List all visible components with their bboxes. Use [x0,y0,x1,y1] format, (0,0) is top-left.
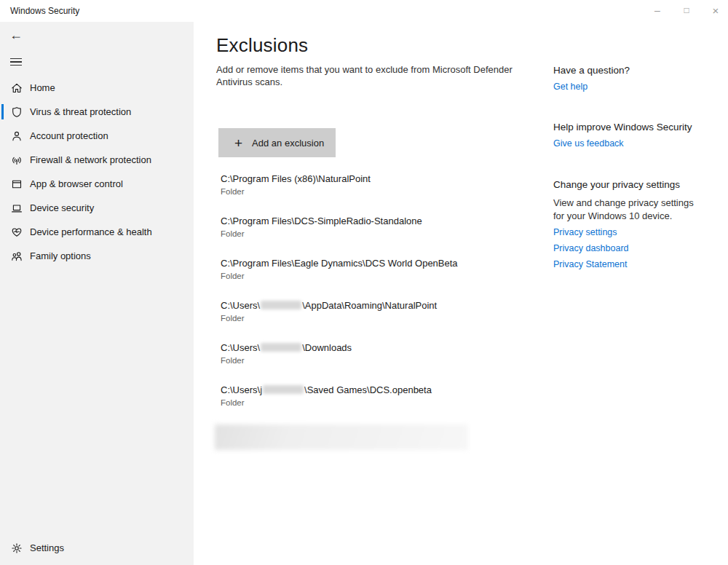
exclusion-item[interactable]: C:\Users\j\Saved Games\DCS.openbeta Fold… [221,384,534,427]
heart-pulse-icon [11,226,23,238]
maximize-button[interactable]: □ [674,0,699,20]
minimize-button[interactable]: – [645,0,670,20]
add-exclusion-button[interactable]: + Add an exclusion [218,128,336,157]
sidebar-item-label: Firewall & network protection [30,154,151,165]
sidebar: ← Home Virus & threat protection Account… [0,22,194,565]
window-title: Windows Security [10,6,79,16]
exclusion-type: Folder [221,187,534,196]
back-button[interactable]: ← [6,25,26,44]
get-help-link[interactable]: Get help [553,82,587,92]
main-content: Exclusions Add or remove items that you … [194,22,553,565]
exclusion-item[interactable]: C:\Program Files\DCS-SimpleRadio-Standal… [221,216,534,258]
page-description: Add or remove items that you want to exc… [216,63,522,88]
redacted-username [263,385,304,394]
sidebar-item-app-browser-control[interactable]: App & browser control [0,172,194,196]
exclusion-type: Folder [221,272,534,280]
privacy-settings-description: View and change privacy settings for you… [553,197,703,223]
family-icon [11,250,23,262]
exclusion-path: C:\Program Files\Eagle Dynamics\DCS Worl… [221,258,534,269]
sidebar-item-label: Device performance & health [30,226,152,237]
sidebar-item-label: Home [30,82,55,93]
sidebar-item-virus-threat-protection[interactable]: Virus & threat protection [0,100,194,124]
sidebar-item-firewall-network-protection[interactable]: Firewall & network protection [0,148,194,172]
sidebar-item-device-security[interactable]: Device security [0,196,194,220]
exclusion-path: C:\Program Files (x86)\NaturalPoint [221,173,534,185]
close-button[interactable]: × [703,0,728,20]
hamburger-icon [10,56,22,68]
sidebar-item-label: Virus & threat protection [30,106,131,117]
exclusion-path: C:\Program Files\DCS-SimpleRadio-Standal… [221,216,534,227]
sidebar-item-settings[interactable]: Settings [0,536,194,560]
sidebar-nav: Home Virus & threat protection Account p… [0,76,194,268]
sidebar-item-label: App & browser control [30,178,123,189]
redacted-username [261,301,301,309]
home-icon [11,82,23,94]
privacy-settings-heading: Change your privacy settings [553,179,680,190]
back-arrow-icon: ← [9,28,23,43]
exclusion-path: C:\Users\\Downloads [221,342,534,354]
help-improve-heading: Help improve Windows Security [553,122,692,133]
have-a-question-heading: Have a question? [553,65,630,76]
give-feedback-link[interactable]: Give us feedback [553,138,624,149]
laptop-icon [11,202,23,214]
exclusion-item[interactable]: C:\Program Files\Eagle Dynamics\DCS Worl… [221,258,534,300]
privacy-statement-link[interactable]: Privacy Statement [553,259,627,269]
shield-icon [11,106,23,118]
exclusion-type: Folder [221,356,534,365]
network-icon [11,154,23,166]
app-window-icon [11,178,23,190]
gear-icon [11,542,23,554]
add-exclusion-label: Add an exclusion [252,138,324,149]
sidebar-item-label: Account protection [30,130,108,141]
exclusion-path: C:\Users\j\Saved Games\DCS.openbeta [221,384,534,396]
exclusion-item[interactable]: C:\Program Files (x86)\NaturalPoint Fold… [221,173,534,216]
sidebar-item-home[interactable]: Home [0,76,194,100]
sidebar-item-label: Settings [30,542,64,553]
menu-button[interactable] [6,52,26,71]
exclusion-type: Folder [221,229,534,238]
privacy-dashboard-link[interactable]: Privacy dashboard [553,243,629,253]
exclusion-type: Folder [221,398,534,407]
sidebar-item-account-protection[interactable]: Account protection [0,124,194,148]
titlebar: Windows Security – □ × [0,0,728,22]
sidebar-item-device-performance-health[interactable]: Device performance & health [0,220,194,244]
sidebar-item-label: Family options [30,250,91,261]
exclusion-type: Folder [221,314,534,323]
exclusion-item[interactable]: C:\Users\\Downloads Folder [221,342,534,384]
exclusion-path: C:\Users\\AppData\Roaming\NaturalPoint [221,300,534,312]
exclusion-list: C:\Program Files (x86)\NaturalPoint Fold… [221,173,534,427]
exclusion-item[interactable]: C:\Users\\AppData\Roaming\NaturalPoint F… [221,300,534,342]
plus-icon: + [234,136,242,150]
person-icon [11,130,23,142]
sidebar-item-label: Device security [30,202,94,213]
redacted-exclusion-entry [215,424,468,450]
page-title: Exclusions [216,34,308,57]
sidebar-item-family-options[interactable]: Family options [0,244,194,268]
sidebar-settings-container: Settings [0,536,194,560]
redacted-username [261,343,301,352]
privacy-settings-link[interactable]: Privacy settings [553,227,617,237]
